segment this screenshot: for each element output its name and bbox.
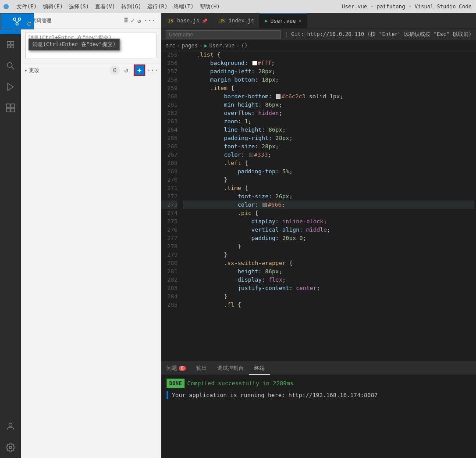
svg-line-10 bbox=[11, 67, 14, 70]
tab-terminal[interactable]: 终端 bbox=[249, 362, 270, 375]
tab-base-js[interactable]: JS base.js 📌 bbox=[161, 13, 213, 28]
code-line-278: } bbox=[183, 242, 474, 250]
bc-sep1: › bbox=[177, 43, 180, 49]
scm-changes-left: ▾ 更改 bbox=[25, 67, 39, 74]
bc-vue-icon: ▶ bbox=[204, 43, 207, 49]
svg-point-26 bbox=[16, 22, 18, 25]
tab-debug-console[interactable]: 调试控制台 bbox=[212, 362, 249, 375]
code-line-260: border-bottom: #c6c2c3 solid 1px; bbox=[183, 92, 474, 100]
git-input-bar: | Git: http://10.0.20.110 (按 "Enter" 以确认… bbox=[161, 29, 476, 41]
scm-changes-section: ▾ 更改 0 ↺ + ··· bbox=[21, 64, 161, 76]
code-line-259: .item { bbox=[183, 84, 474, 92]
git-message-text: Git: http://10.0.20.110 (按 "Enter" 以确认或按… bbox=[291, 31, 472, 38]
scm-changes-label: 更改 bbox=[29, 67, 39, 74]
win-control-blue[interactable] bbox=[4, 4, 9, 9]
terminal-done-line: DONE Compiled successfully in 2289ms bbox=[167, 379, 471, 388]
main-layout: ⏱ bbox=[0, 13, 476, 458]
terminal-panel: 问题 8 输出 调试控制台 终端 DONE Compiled successfu… bbox=[161, 361, 476, 458]
svg-rect-12 bbox=[6, 104, 10, 107]
svg-point-9 bbox=[7, 63, 12, 68]
menu-file[interactable]: 文件(E) bbox=[14, 2, 39, 11]
code-line-269: padding-top: 5%; bbox=[183, 167, 474, 175]
scm-more-changes-icon[interactable]: ··· bbox=[148, 65, 157, 75]
activity-settings-icon[interactable] bbox=[0, 437, 21, 458]
bc-sep2: › bbox=[199, 43, 202, 49]
scm-overlay: ⏱ bbox=[0, 13, 34, 29]
breadcrumb: src › pages › ▶ User.vue › {} bbox=[161, 41, 476, 50]
scm-more-icon[interactable]: ··· bbox=[144, 17, 156, 24]
code-line-280: .sx-switch-wrapper { bbox=[183, 259, 474, 267]
menu-view[interactable]: 查看(V) bbox=[92, 2, 118, 11]
svg-line-27 bbox=[15, 20, 18, 23]
terminal-content: DONE Compiled successfully in 2289ms You… bbox=[161, 375, 476, 458]
tab-user-vue[interactable]: ▶ User.vue ✕ bbox=[259, 13, 307, 28]
activity-debug-icon[interactable] bbox=[0, 76, 21, 97]
bc-uservue[interactable]: User.vue bbox=[210, 43, 235, 49]
code-line-284: } bbox=[183, 292, 474, 301]
code-line-268: .left { bbox=[183, 159, 474, 167]
menu-bar: 文件(E) 编辑(E) 选择(S) 查看(V) 转到(G) 运行(R) 终端(T… bbox=[14, 2, 223, 11]
code-line-257: padding-left: 28px; bbox=[183, 67, 474, 75]
code-line-263: zoom: 1; bbox=[183, 117, 474, 125]
code-lines-area: 255256257258259 260261262263264 26526626… bbox=[161, 50, 476, 361]
activity-search-icon[interactable] bbox=[0, 55, 21, 76]
code-line-285: .fl { bbox=[183, 301, 474, 309]
activity-bar: ⏱ bbox=[0, 13, 21, 458]
scm-overlay-icon bbox=[12, 17, 22, 26]
svg-rect-7 bbox=[7, 45, 10, 48]
tab-output[interactable]: 输出 bbox=[191, 362, 212, 375]
bc-scope[interactable]: {} bbox=[242, 43, 248, 49]
menu-select[interactable]: 选择(S) bbox=[66, 2, 92, 11]
menu-terminal[interactable]: 终端(T) bbox=[171, 2, 196, 11]
activity-account-icon[interactable] bbox=[0, 416, 21, 437]
svg-rect-13 bbox=[11, 104, 14, 107]
activity-explorer-icon[interactable] bbox=[0, 34, 21, 55]
scm-sidebar: 源代码管理 ⠿ ✓ ↺ ··· ▾ 更改 0 ↺ + bbox=[21, 13, 161, 458]
scm-header-actions: ⠿ ✓ ↺ ··· bbox=[124, 17, 156, 24]
code-line-270: } bbox=[183, 175, 474, 184]
scm-changes-header: ▾ 更改 0 ↺ + ··· bbox=[21, 64, 161, 76]
menu-run[interactable]: 运行(R) bbox=[145, 2, 170, 11]
tab-problems[interactable]: 问题 8 bbox=[161, 362, 191, 375]
menu-help[interactable]: 帮助(H) bbox=[197, 2, 223, 11]
menu-goto[interactable]: 转到(G) bbox=[119, 2, 144, 11]
bc-sep3: › bbox=[236, 43, 239, 49]
tab-problems-label: 问题 bbox=[167, 365, 177, 372]
svg-point-16 bbox=[9, 423, 12, 426]
tab-index-js[interactable]: JS index.js bbox=[213, 13, 260, 28]
git-username-input[interactable] bbox=[166, 30, 281, 39]
terminal-blue-bar bbox=[167, 391, 168, 399]
scm-refresh-icon[interactable]: ↺ bbox=[137, 17, 141, 24]
tab-label-index-js: index.js bbox=[229, 18, 254, 24]
code-line-282: display: flex; bbox=[183, 276, 474, 284]
scm-lines-icon[interactable]: ⠿ bbox=[124, 17, 128, 24]
scm-refresh-changes-icon[interactable]: ↺ bbox=[121, 65, 131, 75]
code-line-267: color: #333; bbox=[183, 150, 474, 159]
tooltip-text: 消息(Ctrl+Enter 在"dev"提交) bbox=[32, 41, 116, 47]
scm-chevron-icon[interactable]: ▾ bbox=[25, 68, 27, 73]
terminal-info-line: Your application is running here: http:/… bbox=[167, 391, 471, 400]
scm-commit-btn-wrapper: + bbox=[134, 64, 145, 76]
svg-rect-8 bbox=[11, 45, 13, 48]
code-line-274: .pic { bbox=[183, 209, 474, 217]
scm-changes-actions: 0 ↺ + ··· bbox=[110, 64, 157, 76]
scm-header: 源代码管理 ⠿ ✓ ↺ ··· bbox=[21, 13, 161, 29]
tab-pin-icon[interactable]: 📌 bbox=[202, 18, 207, 23]
tab-js-icon: JS bbox=[167, 18, 174, 24]
tab-js-icon2: JS bbox=[218, 18, 226, 24]
line-numbers: 255256257258259 260261262263264 26526626… bbox=[161, 50, 181, 361]
tab-bar: JS base.js 📌 JS index.js ▶ User.vue ✕ bbox=[161, 13, 476, 29]
tab-output-label: 输出 bbox=[196, 365, 207, 372]
svg-rect-5 bbox=[7, 42, 10, 44]
scm-check-icon[interactable]: ✓ bbox=[131, 17, 135, 24]
bc-pages[interactable]: pages bbox=[182, 43, 198, 49]
activity-extensions-icon[interactable] bbox=[0, 97, 21, 118]
menu-edit[interactable]: 编辑(E) bbox=[40, 2, 66, 11]
bc-src[interactable]: src bbox=[166, 43, 175, 49]
problems-badge: 8 bbox=[179, 366, 186, 371]
tab-label-base-js: base.js bbox=[177, 18, 199, 24]
scm-commit-button[interactable]: + bbox=[135, 65, 144, 75]
tab-close-icon[interactable]: ✕ bbox=[298, 18, 302, 24]
code-line-258: margin-bottom: 18px; bbox=[183, 75, 474, 84]
code-content: .list { background: #fff; padding-left: … bbox=[181, 50, 476, 361]
